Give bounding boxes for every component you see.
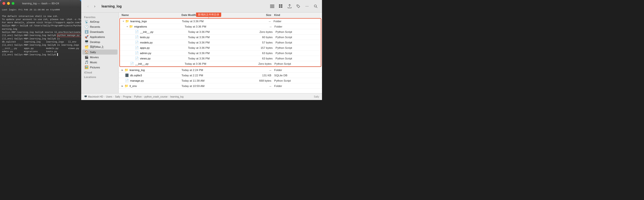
finder-statusbar: 🖥️ Macintosh HD › Users › Sally › Progra… [81,93,322,100]
annotation-arrow [208,17,209,19]
statusbar-icon: 🖥️ [84,95,87,98]
file-size: Zero bytes [244,30,273,33]
file-name-cell: ▾ 📁 learning_logs [123,19,182,23]
file-name: manage.py [130,79,144,82]
file-icon: 📄 [125,79,129,82]
sidebar-item-movies[interactable]: 🎬 Movies [82,55,118,60]
file-size: 668 bytes [241,79,271,82]
table-row[interactable]: 📄 __init__.py Today at 3:36 PM Zero byte… [120,29,321,34]
terminal-line: (ll_env) Sallys-MBP:learning_log Sally$ … [2,43,79,47]
file-kind: Folder [272,25,318,28]
file-name-cell: 📄 manage.py [122,79,182,82]
finder-window: ‹ › learning_log ··· Favorites 📡 AirDrop [81,0,322,100]
file-icon: 📄 [135,30,139,33]
file-name-cell: 📄 tests.py [132,35,188,39]
file-name-cell: 📄 __init__.py [127,62,185,65]
table-row[interactable]: ▶ 📁 ll_env Today at 10:59 AM -- Folder [119,83,322,89]
file-name-cell: 📄 admin.py [132,51,188,55]
table-row[interactable]: 🗄️ db.sqlite3 Today at 2:22 PM 131 KB SQ… [119,73,322,78]
table-row[interactable]: 📄 admin.py Today at 3:36 PM 63 bytes Pyt… [120,50,321,56]
sidebar-item-sally[interactable]: 🏠 Sally [82,49,118,55]
file-name: migrations [134,25,147,28]
statusbar-path-learning-log: learning_log [170,95,184,98]
statusbar-path-python: Python [134,95,142,98]
file-name: apps.py [140,46,150,49]
file-icon: 📄 [135,56,139,60]
file-icon: 📄 [135,35,139,39]
table-row[interactable]: ▶ 📁 learning_log Today at 2:24 PM -- Fol… [119,67,322,73]
forward-button[interactable]: › [92,3,98,9]
terminal-line: For more details, please visit https://s… [2,21,79,24]
sidebar-item-applications[interactable]: 🚀 Applications [82,34,118,39]
svg-rect-7 [281,6,282,8]
applications-icon: 🚀 [84,35,88,39]
file-date: Today at 3:36 PM [182,20,241,23]
breadcrumb-sep: › [168,95,169,98]
statusbar-path-pcc: python_crash_course [144,95,168,98]
table-row[interactable]: 📄 __init__.py Today at 3:36 PM Zero byte… [120,61,321,66]
file-icon: 📄 [130,62,134,65]
sidebar-item-label: Downloads [90,30,104,33]
grid-view-button[interactable] [278,3,284,10]
statusbar-user: Sally [314,95,319,98]
terminal-line [2,11,79,14]
finder-sidebar: Favorites 📡 AirDrop 🕐 Recents ⬇️ Downloa… [81,12,119,93]
table-row[interactable]: 📄 tests.py Today at 3:36 PM 60 bytes Pyt… [120,34,321,40]
file-name-cell: ▶ 📁 learning_log [122,68,182,72]
tag-button[interactable] [295,3,302,10]
table-row[interactable]: 📄 apps.py Today at 3:36 PM 157 bytes Pyt… [120,45,321,50]
file-kind: Python Script [271,79,319,82]
sidebar-item-label: 我的Mac上 [90,45,104,49]
minimize-button[interactable] [7,2,10,5]
sidebar-item-airdrop[interactable]: 📡 AirDrop [82,19,118,24]
statusbar-path-sally: Sally [115,95,120,98]
list-view-button[interactable] [269,3,276,10]
back-button[interactable]: ‹ [85,3,91,9]
table-row[interactable]: 📄 models.py Today at 3:36 PM 57 bytes Py… [120,40,321,45]
col-kind-header: Kind [271,13,319,16]
statusbar-path-macintosh: Macintosh HD [88,95,103,98]
table-row[interactable]: ▾ 📁 migrations Today at 3:36 PM -- Folde… [120,24,321,29]
file-kind: SQLite DB [271,74,319,77]
file-kind: Python Script [273,30,318,33]
file-date: Today at 10:59 AM [182,85,242,87]
file-list-header-area: Name 新增的文件和目录 Date Modified ⌃⌄ Size Kind [119,12,322,18]
file-name: admin.py [140,52,151,55]
sidebar-item-music[interactable]: 🎵 Music [82,60,118,65]
highlight-group: ▾ 📁 learning_logs Today at 3:36 PM -- Fo… [120,18,321,67]
col-size-header: Size [241,13,271,16]
svg-rect-6 [279,6,280,8]
file-icon: 📄 [135,51,139,55]
share-button[interactable] [286,3,293,10]
more-button[interactable]: ··· [304,3,310,10]
sidebar-item-recents[interactable]: 🕐 Recents [82,24,118,29]
table-row[interactable]: 📄 manage.py Today at 11:38 AM 668 bytes … [119,78,322,83]
annotation-container: 新增的文件和目录 [196,12,221,19]
locations-label: Locations [81,74,118,79]
sidebar-item-label: Movies [90,56,99,59]
file-size: 157 bytes [244,46,273,49]
music-icon: 🎵 [84,60,88,64]
sidebar-item-downloads[interactable]: ⬇️ Downloads [82,29,118,34]
sidebar-item-pictures[interactable]: 🖼️ Pictures [82,65,118,70]
file-kind: Python Script [273,41,318,44]
file-name-cell: 📄 __init__.py [132,30,188,33]
terminal-body: Last login: Fri Feb 25 11:38:06 on ttys0… [0,7,81,100]
file-name: __init__.py [135,62,149,65]
terminal-line: db.sqlite3 learning_log learning_logs ll… [2,40,79,43]
statusbar-path-users: Users [106,95,112,98]
terminal-line: (ll_env) Sallys-MBP:learning_log Sally$ … [2,34,79,37]
pictures-icon: 🖼️ [84,65,88,69]
terminal-line: admin.py migrations tests.py [2,50,79,53]
sidebar-item-mymac[interactable]: 🗂️ 我的Mac上 [82,44,118,49]
table-row[interactable]: ▾ 📁 learning_logs Today at 3:36 PM -- Fo… [120,18,321,24]
close-button[interactable] [2,2,5,5]
table-row[interactable]: 📄 views.py Today at 3:36 PM 63 bytes Pyt… [120,56,321,61]
file-date: Today at 3:36 PM [185,25,243,28]
search-button[interactable] [312,3,319,10]
file-name: learning_log [130,69,145,71]
maximize-button[interactable] [12,2,14,5]
terminal-line: __init__.py apps.py models.py views.py [2,47,79,50]
svg-rect-1 [270,5,274,6]
sidebar-item-desktop[interactable]: 🖥️ Desktop [82,39,118,44]
